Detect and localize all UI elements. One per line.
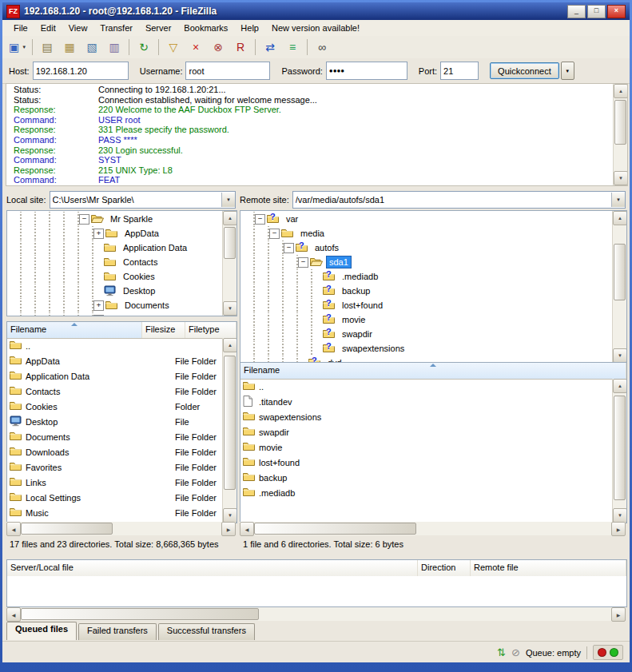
site-manager-icon[interactable]: ▣▼ bbox=[7, 38, 28, 57]
scroll-down-icon[interactable]: ▼ bbox=[613, 348, 627, 363]
remote-tree-item-lost-found[interactable]: ?lost+found bbox=[240, 298, 613, 312]
scrollbar-thumb[interactable] bbox=[21, 523, 113, 535]
file-row-contacts[interactable]: ContactsFile Folder bbox=[7, 384, 223, 399]
speed-limits-icon[interactable]: ⇅ bbox=[497, 647, 506, 658]
column-header-filesize[interactable]: Filesize bbox=[142, 322, 185, 338]
sync-browsing-icon[interactable]: ≡ bbox=[282, 38, 303, 57]
file-row-appdata[interactable]: AppDataFile Folder bbox=[7, 353, 223, 368]
local-tree-item-application-data[interactable]: Application Data bbox=[7, 241, 223, 255]
refresh-icon[interactable]: ↻ bbox=[133, 38, 154, 57]
local-site-combobox[interactable]: C:\Users\Mr Sparkle\ ▼ bbox=[50, 191, 236, 209]
username-input[interactable] bbox=[185, 62, 270, 80]
file-row-documents[interactable]: DocumentsFile Folder bbox=[7, 429, 223, 444]
scroll-right-icon[interactable]: ▶ bbox=[221, 522, 236, 536]
scroll-up-icon[interactable]: ▲ bbox=[614, 84, 628, 98]
local-tree-item-contacts[interactable]: Contacts bbox=[7, 255, 223, 269]
remote-tree-item-movie[interactable]: ?movie bbox=[240, 312, 613, 327]
menu-item-bookmarks[interactable]: Bookmarks bbox=[177, 22, 234, 34]
queue-view-icon[interactable]: ▥ bbox=[104, 38, 125, 57]
remote-site-combobox[interactable]: /var/media/autofs/sda1 ▼ bbox=[292, 191, 626, 209]
remote-site-dropdown-icon[interactable]: ▼ bbox=[611, 193, 625, 207]
disconnect-icon[interactable]: ⊗ bbox=[208, 38, 229, 57]
scrollbar-track[interactable] bbox=[21, 522, 221, 535]
remote-tree-item-sda1[interactable]: −sda1 bbox=[240, 255, 613, 269]
local-list-hscrollbar[interactable]: ◀▶ bbox=[6, 522, 236, 535]
local-tree-item-documents[interactable]: +Documents bbox=[7, 298, 223, 312]
close-button[interactable]: × bbox=[607, 5, 626, 18]
remote-tree-item-var[interactable]: −?var bbox=[240, 212, 613, 226]
directory-comparison-icon[interactable]: ⇄ bbox=[260, 38, 280, 57]
file-row-cookies[interactable]: CookiesFolder bbox=[7, 399, 223, 414]
local-tree-icon[interactable]: ▦ bbox=[59, 38, 80, 57]
local-tree-item-appdata[interactable]: +AppData bbox=[7, 226, 223, 241]
file-row-item[interactable]: .. bbox=[240, 379, 613, 394]
host-input[interactable] bbox=[33, 62, 129, 80]
remote-tree-item-backup[interactable]: ?backup bbox=[240, 284, 613, 298]
scroll-up-icon[interactable]: ▲ bbox=[613, 211, 627, 225]
file-row-item[interactable]: .. bbox=[7, 338, 223, 353]
file-row-backup[interactable]: backup bbox=[240, 470, 613, 485]
scrollbar-thumb[interactable] bbox=[254, 523, 416, 535]
expand-icon[interactable]: + bbox=[93, 300, 104, 311]
password-input[interactable] bbox=[326, 62, 407, 80]
scroll-left-icon[interactable]: ◀ bbox=[240, 522, 254, 536]
scrollbar-thumb[interactable] bbox=[224, 227, 236, 259]
scrollbar-thumb[interactable] bbox=[614, 244, 626, 300]
local-site-dropdown-icon[interactable]: ▼ bbox=[221, 193, 235, 207]
directory-comparison-status-icon[interactable]: ⊘ bbox=[511, 647, 520, 658]
maximize-button[interactable]: □ bbox=[587, 5, 606, 18]
scrollbar-track[interactable] bbox=[613, 393, 626, 508]
transfer-queue-hscrollbar[interactable]: ◀▶ bbox=[6, 607, 626, 621]
filter-icon[interactable]: ▽ bbox=[163, 38, 184, 57]
file-row-swapdir[interactable]: swapdir bbox=[240, 424, 613, 439]
remote-tree-icon[interactable]: ▧ bbox=[81, 38, 102, 57]
tab-successful-transfers[interactable]: Successful transfers bbox=[158, 623, 255, 640]
file-row-lost-found[interactable]: lost+found bbox=[240, 455, 613, 470]
menu-item-transfer[interactable]: Transfer bbox=[93, 22, 139, 34]
scrollbar-track[interactable] bbox=[614, 98, 627, 171]
remote-tree-item-media[interactable]: −media bbox=[240, 226, 613, 241]
local-list-scrollbar[interactable]: ▲▼ bbox=[222, 338, 237, 523]
scroll-left-icon[interactable]: ◀ bbox=[6, 522, 21, 536]
file-row-movie[interactable]: movie bbox=[240, 439, 613, 455]
expand-icon[interactable]: + bbox=[93, 315, 104, 316]
scroll-down-icon[interactable]: ▼ bbox=[614, 171, 628, 185]
message-log-icon[interactable]: ▤ bbox=[37, 38, 58, 57]
scroll-down-icon[interactable]: ▼ bbox=[223, 508, 237, 523]
scrollbar-track[interactable] bbox=[21, 607, 611, 621]
transfer-column-header-direction[interactable]: Direction bbox=[418, 560, 471, 576]
scrollbar-track[interactable] bbox=[613, 225, 626, 348]
minimize-button[interactable]: _ bbox=[567, 5, 586, 18]
column-header-filetype[interactable]: Filetype bbox=[185, 322, 237, 338]
file-row-downloads[interactable]: DownloadsFile Folder bbox=[7, 444, 223, 459]
cancel-icon[interactable]: × bbox=[185, 38, 206, 57]
scroll-left-icon[interactable]: ◀ bbox=[6, 607, 21, 622]
remote-tree-item-mediadb[interactable]: ?.mediadb bbox=[240, 269, 613, 284]
scroll-up-icon[interactable]: ▲ bbox=[613, 379, 627, 393]
local-tree-item-desktop[interactable]: Desktop bbox=[7, 284, 223, 298]
remote-tree-item-autofs[interactable]: −?autofs bbox=[240, 241, 613, 255]
local-tree-scrollbar[interactable]: ▲▼ bbox=[222, 211, 237, 316]
quickconnect-dropdown-icon[interactable]: ▼ bbox=[561, 62, 574, 80]
column-header-filename[interactable]: Filename bbox=[7, 322, 142, 338]
file-row-local-settings[interactable]: Local SettingsFile Folder bbox=[7, 490, 223, 505]
local-tree-item-mr-sparkle[interactable]: −Mr Sparkle bbox=[7, 212, 223, 226]
remote-tree-scrollbar[interactable]: ▲▼ bbox=[612, 211, 626, 363]
scrollbar-thumb[interactable] bbox=[21, 608, 259, 620]
reconnect-icon[interactable]: R bbox=[230, 38, 251, 57]
file-row-titandev[interactable]: .titandev bbox=[240, 394, 613, 409]
file-row-desktop[interactable]: DesktopFile bbox=[7, 414, 223, 429]
collapse-icon[interactable]: − bbox=[298, 257, 308, 268]
expand-icon[interactable]: + bbox=[93, 229, 104, 239]
local-tree-item-downloads[interactable]: +Downloads bbox=[7, 312, 223, 316]
remote-tree-item-swapdir[interactable]: ?swapdir bbox=[240, 327, 613, 341]
file-row-swapextensions[interactable]: swapextensions bbox=[240, 409, 613, 424]
message-log-scrollbar[interactable]: ▲▼ bbox=[613, 84, 627, 185]
scrollbar-thumb[interactable] bbox=[614, 396, 626, 501]
menu-item-help[interactable]: Help bbox=[234, 22, 265, 34]
menu-item-new-version-available[interactable]: New version available! bbox=[265, 22, 366, 34]
file-row-music[interactable]: MusicFile Folder bbox=[7, 505, 223, 520]
scroll-down-icon[interactable]: ▼ bbox=[613, 508, 627, 523]
file-row-mediadb[interactable]: .mediadb bbox=[240, 485, 613, 500]
scrollbar-thumb[interactable] bbox=[614, 100, 626, 145]
